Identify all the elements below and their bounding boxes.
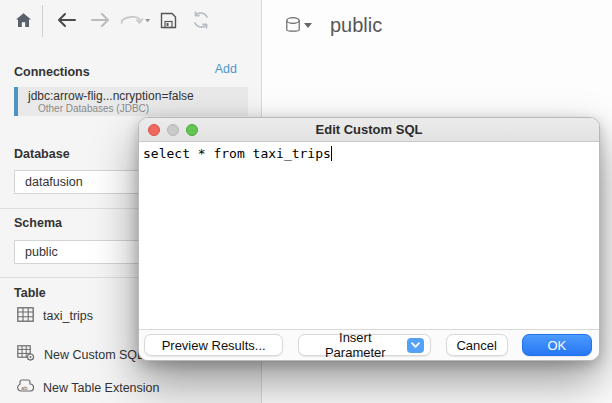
save-icon[interactable] (157, 9, 179, 31)
text-cursor (331, 146, 333, 161)
traffic-lights (148, 124, 198, 136)
new-table-extension-item[interactable]: ab New Table Extension (17, 379, 160, 397)
database-select-value: datafusion (25, 175, 83, 189)
table-item-label: New Table Extension (43, 381, 160, 395)
page-title: public (330, 14, 382, 37)
ok-button[interactable]: OK (522, 334, 592, 356)
toolbar (0, 0, 262, 46)
add-connection-link[interactable]: Add (215, 62, 237, 76)
dialog-footer: Preview Results... Insert Parameter Canc… (139, 329, 599, 360)
sql-text: select * from taxi_trips (143, 146, 331, 161)
insert-parameter-label: Insert Parameter (311, 330, 399, 360)
svg-text:ab: ab (21, 385, 28, 391)
schema-section-label: Schema (14, 216, 62, 230)
table-item-label: New Custom SQL (44, 348, 144, 362)
home-icon[interactable] (12, 9, 34, 31)
toolbar-divider (42, 5, 43, 37)
main-header: public (285, 14, 382, 37)
app-window: Connections Add jdbc:arrow-flig...ncrypt… (0, 0, 612, 403)
connection-subtitle: Other Databases (JDBC) (28, 103, 248, 114)
dialog-titlebar[interactable]: Edit Custom SQL (139, 118, 599, 142)
zoom-icon[interactable] (186, 124, 198, 136)
database-cylinder-icon (285, 16, 302, 36)
table-grid-icon (17, 307, 34, 326)
edit-custom-sql-dialog: Edit Custom SQL select * from taxi_trips… (138, 117, 600, 361)
sql-text-editor[interactable]: select * from taxi_trips (139, 143, 599, 331)
close-icon[interactable] (148, 124, 160, 136)
schema-select-value: public (25, 245, 58, 259)
insert-parameter-button[interactable]: Insert Parameter (298, 334, 430, 356)
table-item-label: taxi_trips (43, 309, 93, 323)
database-cylinder-dropdown[interactable] (285, 16, 312, 36)
database-section-label: Database (14, 147, 70, 161)
minimize-icon[interactable] (167, 124, 179, 136)
connections-label: Connections (14, 65, 90, 79)
preview-results-button[interactable]: Preview Results... (144, 334, 283, 356)
cancel-button[interactable]: Cancel (446, 334, 508, 356)
table-section-label: Table (14, 286, 46, 300)
dialog-title: Edit Custom SQL (316, 122, 423, 137)
connection-item[interactable]: jdbc:arrow-flig...ncryption=false Other … (14, 87, 248, 116)
redo-dropdown-icon[interactable] (118, 9, 150, 31)
connection-title: jdbc:arrow-flig...ncryption=false (28, 89, 248, 103)
table-item-taxi-trips[interactable]: taxi_trips (17, 307, 93, 325)
table-extension-icon: ab (17, 378, 34, 398)
new-custom-sql-item[interactable]: New Custom SQL (17, 346, 144, 364)
connections-header: Connections Add (14, 62, 237, 78)
refresh-icon[interactable] (190, 9, 212, 31)
back-arrow-icon[interactable] (55, 9, 77, 31)
custom-sql-icon (17, 345, 35, 365)
forward-arrow-icon[interactable] (89, 9, 111, 31)
chevron-down-icon (407, 338, 423, 353)
chevron-down-icon (304, 23, 312, 28)
